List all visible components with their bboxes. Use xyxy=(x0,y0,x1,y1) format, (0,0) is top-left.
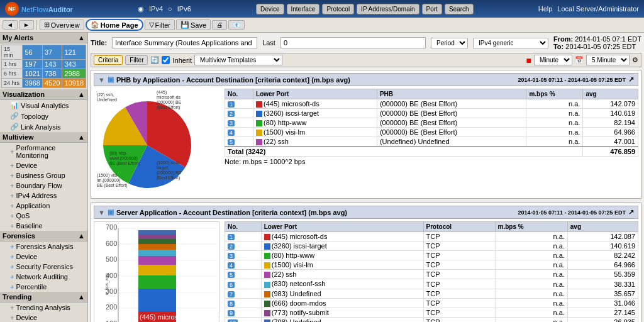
save-button[interactable]: 💾 Save xyxy=(176,19,211,30)
export-button[interactable]: 📧 xyxy=(228,20,245,30)
sidebar-item-qos[interactable]: + QoS xyxy=(0,211,87,221)
s-pct-cell: n.a. xyxy=(495,232,567,242)
ipv6-label[interactable]: IPv6 xyxy=(177,5,191,13)
table-row: 6 (830) netconf-ssh TCP n.a. 38.331 xyxy=(225,279,638,289)
criteria-button[interactable]: Criteria xyxy=(94,55,123,65)
table-row: 3 (80) http-www (000000) BE (Best Effort… xyxy=(225,118,638,128)
bar-svg: 700 600 500 400 300 200 100 xyxy=(101,222,220,322)
alert-label: 15 min xyxy=(2,45,23,60)
minute-select[interactable]: Minute xyxy=(534,55,572,65)
alert-label: 24 hrs xyxy=(2,79,23,88)
toolbar: ◄ ► ⊞ Overview 🏠 Home Page ▽ Filter 💾 Sa… xyxy=(0,18,644,33)
alert-val: 3968 xyxy=(23,79,42,88)
forensics-section-header[interactable]: Forensics ▲ xyxy=(0,231,87,242)
nav-device[interactable]: Device xyxy=(256,4,284,14)
generic-select[interactable]: IPv4 generic xyxy=(473,38,548,48)
phb-expand-icon[interactable]: ↗ xyxy=(628,75,634,84)
sidebar-item-application[interactable]: + Application xyxy=(0,201,87,211)
s-row-num: 7 xyxy=(225,289,262,298)
forward-button[interactable]: ► xyxy=(19,20,34,30)
sidebar-item-percentile[interactable]: + Percentile xyxy=(0,282,87,292)
nav-protocol[interactable]: Protocol xyxy=(322,4,354,14)
ip-version-selector[interactable]: ◉ IPv4 ○ IPv6 xyxy=(138,5,191,13)
svg-text:(1500) visi-: (1500) visi- xyxy=(97,173,119,178)
s-port-cell: (708) Undefined xyxy=(261,317,423,322)
s-row-num: 8 xyxy=(225,298,262,308)
inherit-checkbox[interactable] xyxy=(162,56,170,64)
s-row-num: 5 xyxy=(225,270,262,279)
svg-text:500: 500 xyxy=(106,255,117,263)
table-row: 1 (445) microsoft-ds TCP n.a. 142.087 xyxy=(225,232,638,242)
help-text[interactable]: Help xyxy=(538,5,553,13)
templates-select[interactable]: Multiview Templates xyxy=(194,55,282,65)
settings-icon[interactable]: ⚙ xyxy=(632,56,638,64)
sidebar-item-ipv4[interactable]: + IPv4 Address xyxy=(0,191,87,201)
total-avg: 476.859 xyxy=(583,147,638,157)
sidebar-item-trending-device[interactable]: + Device xyxy=(0,313,87,322)
sidebar-item-boundary-flow[interactable]: + Boundary Flow xyxy=(0,180,87,191)
filter-icon: ▽ xyxy=(149,21,154,29)
nav-search[interactable]: Search xyxy=(445,4,474,14)
sidebar-item-link-analysis[interactable]: 🔗 Link Analysis xyxy=(0,121,87,132)
svg-text:BE (Best Effort): BE (Best Effort) xyxy=(97,183,128,188)
sidebar-item-security-forensics[interactable]: + Security Forensics xyxy=(0,262,87,272)
radio-ipv4-icon: ◉ xyxy=(138,5,144,13)
overview-button[interactable]: ⊞ Overview xyxy=(40,19,84,30)
sidebar-item-forensics-analysis[interactable]: + Forensics Analysis xyxy=(0,242,87,252)
date-range-header: From: 2014-01-05 07:1 EDT To: 2014-01-05… xyxy=(553,35,641,50)
refresh-icon[interactable]: 🔄 xyxy=(150,56,159,64)
table-row: 1 hrs 197 143 343 xyxy=(2,60,86,69)
server-title: Server Application - Account Destination… xyxy=(116,209,347,216)
table-row: 3 (80) http-www TCP n.a. 82.242 xyxy=(225,251,638,260)
sidebar-item-device[interactable]: + Device xyxy=(0,160,87,170)
print-button[interactable]: 🖨 xyxy=(212,20,227,30)
sidebar-item-perf-monitoring[interactable]: + Performance Monitoring xyxy=(0,143,87,160)
sidebar-item-baseline[interactable]: + Baseline xyxy=(0,221,87,231)
overview-icon: ⊞ xyxy=(44,21,50,29)
phb-title: PHB by Application - Account Destination… xyxy=(116,76,350,84)
alert-val: 56 xyxy=(23,45,42,60)
s-col-avg: avg xyxy=(567,222,638,232)
filter-button[interactable]: ▽ Filter xyxy=(145,19,175,30)
home-page-button[interactable]: 🏠 Home Page xyxy=(86,19,143,31)
last-input[interactable] xyxy=(280,37,426,48)
sidebar-item-network-auditing[interactable]: + Network Auditing xyxy=(0,272,87,282)
phb-collapse-button[interactable]: ▼ xyxy=(98,76,105,84)
sidebar-item-trending-analysis[interactable]: + Trending Analysis xyxy=(0,303,87,313)
visualization-section-header[interactable]: Visualization ▲ xyxy=(0,89,87,100)
period-select[interactable]: Period xyxy=(431,38,468,48)
s-col-num: No. xyxy=(225,222,262,232)
server-section-icon: ▣ xyxy=(108,208,114,216)
table-row: 5 (22) ssh TCP n.a. 55.359 xyxy=(225,270,638,279)
svg-text:(3260) iscsi-: (3260) iscsi- xyxy=(157,160,181,165)
nav-ipdomain[interactable]: IP Address/Domain xyxy=(357,4,419,14)
server-section: ▼ ▣ Server Application - Account Destina… xyxy=(91,203,641,322)
multiview-section-header[interactable]: Multiview ▲ xyxy=(0,132,87,143)
sidebar-item-business-group[interactable]: + Business Group xyxy=(0,170,87,180)
svg-rect-36 xyxy=(138,244,176,250)
interval-select[interactable]: 5 Minute xyxy=(586,55,630,65)
app-header: NF NetFlowAuditor ◉ IPv4 ○ IPv6 Device I… xyxy=(0,0,644,18)
alert-val: 197 xyxy=(23,60,42,69)
sidebar-item-topology[interactable]: 🔗 Topology xyxy=(0,111,87,121)
s-col-proto: Protocol xyxy=(423,222,495,232)
row-num: 5 xyxy=(225,137,253,147)
sidebar-item-visual-analytics[interactable]: 📊 Visual Analytics xyxy=(0,100,87,111)
filter-bar-button[interactable]: Filter xyxy=(125,55,148,65)
nav-port[interactable]: Port xyxy=(422,4,442,14)
nav-interface[interactable]: Interface xyxy=(287,4,320,14)
server-collapse-button[interactable]: ▼ xyxy=(98,209,105,216)
alert-label: 1 hrs xyxy=(2,60,23,69)
ipv4-label[interactable]: IPv4 xyxy=(149,5,163,13)
table-row: 9 (773) notify-submit TCP n.a. 27.145 xyxy=(225,308,638,317)
trending-section-header[interactable]: Trending ▲ xyxy=(0,292,87,303)
s-avg-cell: 142.087 xyxy=(567,232,638,242)
s-row-num: 10 xyxy=(225,317,262,322)
back-button[interactable]: ◄ xyxy=(3,20,18,30)
server-expand-icon[interactable]: ↗ xyxy=(628,208,634,216)
alerts-section-header[interactable]: My Alerts ▲ xyxy=(0,33,87,43)
phb-data-table: No. Lower Port PHB m.bps % avg 1 (445) m… xyxy=(225,89,638,157)
svg-rect-32 xyxy=(138,275,176,289)
title-input[interactable] xyxy=(112,37,257,48)
sidebar-item-forensics-device[interactable]: + Device xyxy=(0,252,87,262)
